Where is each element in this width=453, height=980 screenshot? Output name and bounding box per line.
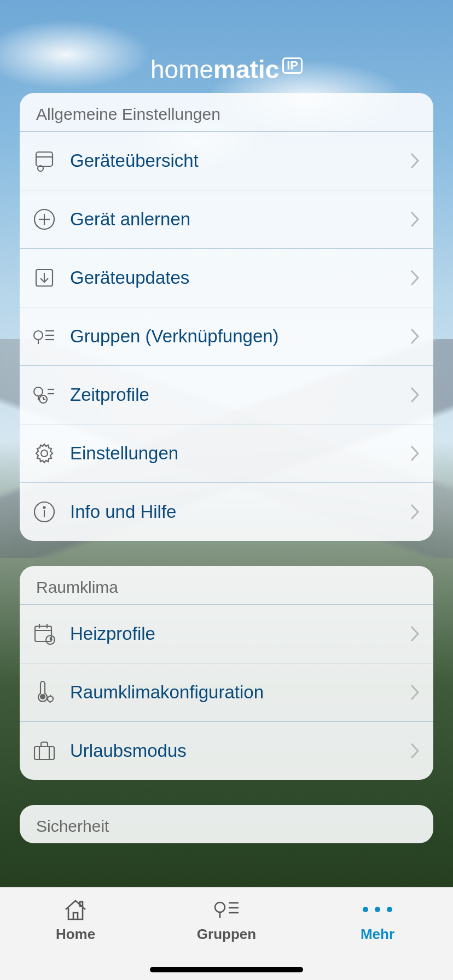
svg-rect-33 [34, 746, 54, 760]
row-vacation-mode[interactable]: Urlaubsmodus [20, 721, 433, 780]
row-device-overview[interactable]: Geräteübersicht [20, 131, 433, 190]
tab-bar: Home Gruppen Mehr [0, 887, 453, 980]
row-label: Geräteübersicht [57, 150, 409, 171]
gear-icon [32, 441, 57, 466]
row-label: Zeitprofile [57, 384, 409, 405]
row-label: Urlaubsmodus [57, 740, 409, 761]
row-add-device[interactable]: Gerät anlernen [20, 190, 433, 248]
row-label: Gruppen (Verknüpfungen) [57, 326, 409, 347]
chevron-right-icon [409, 683, 420, 702]
svg-point-22 [44, 507, 45, 509]
suitcase-icon [32, 738, 57, 763]
chevron-right-icon [409, 269, 420, 287]
download-box-icon [32, 265, 57, 290]
scroll-area[interactable]: Allgemeine Einstellungen Geräteübersicht [20, 93, 433, 887]
tab-label: Home [56, 926, 95, 943]
section-title: Allgemeine Einstellungen [20, 93, 433, 131]
row-label: Raumklimakonfiguration [57, 682, 409, 703]
thermometer-gear-icon [32, 680, 57, 705]
svg-point-8 [34, 331, 43, 340]
tab-groups[interactable]: Gruppen [151, 888, 302, 965]
tab-label: Gruppen [197, 926, 256, 943]
chevron-right-icon [409, 210, 420, 229]
info-icon [32, 499, 57, 524]
chevron-right-icon [409, 386, 420, 404]
time-profile-icon [32, 382, 57, 407]
row-label: Einstellungen [57, 443, 409, 464]
brand-badge: IP [282, 57, 303, 74]
section-title: Sicherheit [20, 805, 433, 843]
svg-point-31 [40, 695, 45, 699]
svg-rect-0 [36, 152, 53, 166]
section-general: Allgemeine Einstellungen Geräteübersicht [20, 93, 433, 541]
section-title: Raumklima [20, 566, 433, 604]
row-device-updates[interactable]: Geräteupdates [20, 248, 433, 307]
svg-point-13 [34, 387, 43, 396]
brand-header: homematicIP [0, 0, 453, 84]
chevron-right-icon [409, 151, 420, 170]
row-heating-profiles[interactable]: Heizprofile [20, 604, 433, 663]
home-indicator[interactable] [150, 967, 303, 972]
brand-prefix: home [150, 55, 213, 84]
groups-icon [212, 896, 241, 923]
row-label: Gerät anlernen [57, 209, 409, 230]
more-icon [363, 896, 392, 923]
svg-point-32 [48, 696, 53, 702]
app-screen: homematicIP Allgemeine Einstellungen Ger… [0, 0, 453, 980]
chevron-right-icon [409, 742, 420, 760]
row-groups[interactable]: Gruppen (Verknüpfungen) [20, 307, 433, 365]
chevron-right-icon [409, 625, 420, 643]
row-climate-config[interactable]: Raumklimakonfiguration [20, 663, 433, 721]
row-info-help[interactable]: Info und Hilfe [20, 482, 433, 541]
groups-icon [32, 324, 57, 349]
svg-rect-24 [35, 626, 51, 641]
section-climate: Raumklima Heizprofile [20, 566, 433, 780]
chevron-right-icon [409, 503, 420, 521]
device-list-icon [32, 148, 57, 173]
section-security: Sicherheit [20, 805, 433, 843]
svg-point-20 [41, 450, 48, 457]
home-icon [62, 896, 89, 923]
calendar-clock-icon [32, 621, 57, 646]
tab-home[interactable]: Home [0, 888, 151, 965]
tab-label: Mehr [361, 926, 394, 943]
chevron-right-icon [409, 327, 420, 346]
row-time-profiles[interactable]: Zeitprofile [20, 365, 433, 424]
row-label: Geräteupdates [57, 267, 409, 288]
brand-bold: matic [213, 55, 279, 84]
row-label: Heizprofile [57, 623, 409, 644]
row-label: Info und Hilfe [57, 501, 409, 522]
row-settings[interactable]: Einstellungen [20, 424, 433, 482]
chevron-right-icon [409, 444, 420, 463]
svg-point-37 [215, 902, 225, 912]
tab-more[interactable]: Mehr [302, 888, 453, 965]
svg-rect-36 [80, 902, 83, 906]
plus-circle-icon [32, 207, 57, 232]
